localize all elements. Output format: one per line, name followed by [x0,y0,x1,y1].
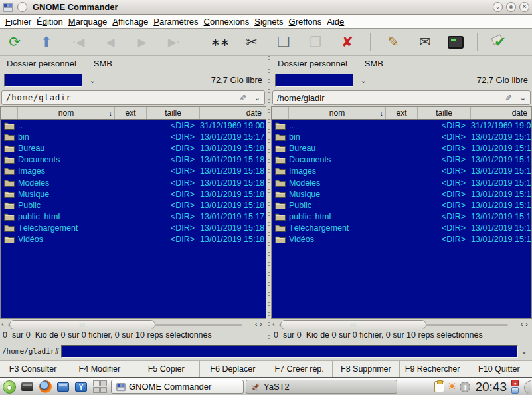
file-list[interactable]: ..<DIR>31/12/1969 19:00bin<DIR>13/01/201… [271,120,532,319]
menu-item-aide[interactable]: Aide [324,16,347,27]
fkey-f8-button[interactable]: F8 Supprimer [333,361,399,377]
file-row-Documents[interactable]: Documents<DIR>13/01/2019 15:18 [1,154,266,166]
column-icon[interactable] [1,107,18,119]
column-name[interactable]: nom↓ [289,107,386,119]
path-text[interactable]: /home/gladir [6,93,72,102]
clipboard-tray-icon[interactable] [434,381,444,392]
file-manager-launcher[interactable] [55,380,71,394]
desktop-pager[interactable] [93,380,107,393]
horizontal-scrollbar[interactable]: ‹ ||| ‹› [271,319,532,330]
column-date[interactable]: date [200,107,266,119]
menu-item-marquage[interactable]: Marquage [66,16,110,27]
drive-combo[interactable] [4,74,82,87]
fkey-f5-button[interactable]: F5 Copier [133,361,200,377]
chevron-down-icon[interactable]: ⌄ [357,74,369,86]
home-device-button[interactable]: Dossier personnel [278,59,347,68]
file-row-Vidéos[interactable]: Vidéos<DIR>13/01/2019 15:18 [272,234,531,245]
scroll-left-icon[interactable]: ‹ [1,320,4,328]
titlebar-grip[interactable] [129,3,482,11]
shade-icon[interactable]: ⌄ [493,2,503,12]
delete-icon[interactable]: ✘ [338,33,357,51]
terminal-icon[interactable] [448,36,464,49]
column-ext[interactable]: ext [386,107,418,119]
file-row-Documents[interactable]: Documents<DIR>13/01/2019 15:18 [272,154,531,166]
chevron-down-icon[interactable]: ⌄ [520,94,526,102]
file-list[interactable]: ..<DIR>31/12/1969 19:00bin<DIR>13/01/201… [0,120,266,319]
edit-icon[interactable]: ✎ [384,33,402,51]
menu-item-affichage[interactable]: Affichage [110,16,151,27]
maximize-icon[interactable]: ◈ [506,2,516,12]
menu-item-édition[interactable]: Édition [34,16,66,27]
command-input[interactable] [61,345,518,358]
clock[interactable]: 20:43 [473,380,509,394]
firefox-launcher[interactable] [37,380,53,394]
select-pattern-icon[interactable]: ∗∗ [211,33,229,51]
smb-device-button[interactable]: SMB [365,59,383,68]
window-menu-button[interactable]: · [17,2,27,12]
file-row-Téléchargement[interactable]: Téléchargement<DIR>13/01/2019 15:18 [1,223,266,234]
column-ext[interactable]: ext [115,107,147,119]
scrollbar-thumb[interactable]: ||| [9,320,155,329]
scroll-left-icon[interactable]: ‹ [272,320,275,328]
fkey-f6-button[interactable]: F6 Déplacer [200,361,266,377]
home-device-button[interactable]: Dossier personnel [7,59,76,68]
updater-tray-icon[interactable]: ☀ [447,381,457,392]
scroll-right-icons[interactable]: ‹› [255,320,265,328]
fkey-f3-button[interactable]: F3 Consulter [0,361,66,377]
menu-item-signets[interactable]: Signets [252,16,286,27]
path-text[interactable]: /home/gladir [277,93,325,103]
file-row-public_html[interactable]: public_html<DIR>13/01/2019 15:17 [272,211,531,223]
file-row-Musique[interactable]: Musique<DIR>13/01/2019 15:18 [272,188,531,199]
devices-launcher[interactable] [19,380,35,394]
copy-icon[interactable]: ❏ [274,33,293,51]
display-tray-icon[interactable] [511,387,519,394]
chevron-down-icon[interactable]: ⌄ [86,74,98,86]
file-row-Images[interactable]: Images<DIR>13/01/2019 15:18 [272,166,531,177]
column-icon[interactable] [272,107,289,119]
horizontal-scrollbar[interactable]: ‹ ||| ‹› [0,319,266,330]
connect-icon[interactable]: ✔ [491,33,509,51]
start-menu-button[interactable] [1,380,17,394]
file-row-Téléchargement[interactable]: Téléchargement<DIR>13/01/2019 15:18 [272,223,531,234]
task-yast2[interactable]: YaST2 [246,380,397,394]
file-row-Images[interactable]: Images<DIR>13/01/2019 15:18 [1,166,266,177]
file-row-Modèles[interactable]: Modèles<DIR>13/01/2019 15:18 [1,177,266,188]
close-icon[interactable]: ✕ [519,2,529,12]
file-row-Public[interactable]: Public<DIR>13/01/2019 15:18 [1,199,266,211]
usb-launcher[interactable]: Y [73,380,89,394]
file-row-Bureau[interactable]: Bureau<DIR>13/01/2019 15:18 [1,142,266,154]
fkey-f9-button[interactable]: F9 Rechercher [400,361,466,377]
file-row-bin[interactable]: bin<DIR>13/01/2019 15:17 [272,131,531,142]
menu-item-paramètres[interactable]: Paramètres [151,16,201,27]
fkey-f7-button[interactable]: F7 Créer rép. [266,361,333,377]
file-row-Modèles[interactable]: Modèles<DIR>13/01/2019 15:18 [272,177,531,188]
cut-icon[interactable]: ✂ [242,33,261,51]
fkey-f10-button[interactable]: F10 Quitter [466,361,532,377]
file-row-Public[interactable]: Public<DIR>13/01/2019 15:18 [272,199,531,211]
file-row-public_html[interactable]: public_html<DIR>13/01/2019 15:17 [1,211,266,223]
smb-device-button[interactable]: SMB [94,59,112,68]
menu-item-fichier[interactable]: Fichier [3,16,34,27]
file-row-..[interactable]: ..<DIR>31/12/1969 19:00 [1,120,266,131]
desktop-3[interactable] [93,387,100,393]
file-row-bin[interactable]: bin<DIR>13/01/2019 15:17 [1,131,266,142]
desktop-2[interactable] [100,380,107,386]
fkey-f4-button[interactable]: F4 Modifier [66,361,133,377]
menu-item-greffons[interactable]: Greffons [286,16,325,27]
task-gnome-commander[interactable]: GNOME Commander [111,380,244,394]
path-bar[interactable]: /home/gladir ✎ ⌄ [1,90,265,105]
edit-path-icon[interactable]: ✎ [505,93,512,103]
chevron-down-icon[interactable]: ⌄ [518,347,530,356]
power-tray-icon[interactable]: ● [511,380,519,386]
scroll-right-icons[interactable]: ‹› [521,320,531,328]
path-bar[interactable]: /home/gladir ✎ ⌄ [272,90,531,105]
send-mail-icon[interactable]: ✉ [416,33,434,51]
pane-splitter[interactable] [266,56,271,342]
file-row-Vidéos[interactable]: Vidéos<DIR>13/01/2019 15:18 [1,234,266,245]
file-row-Bureau[interactable]: Bureau<DIR>13/01/2019 15:18 [272,142,531,154]
scrollbar-thumb[interactable]: ||| [280,320,426,329]
panel-hide-button[interactable] [521,380,531,394]
refresh-icon[interactable]: ⟳ [5,33,24,51]
up-icon[interactable]: ⬆ [37,33,56,51]
column-size[interactable]: taille [418,107,471,119]
